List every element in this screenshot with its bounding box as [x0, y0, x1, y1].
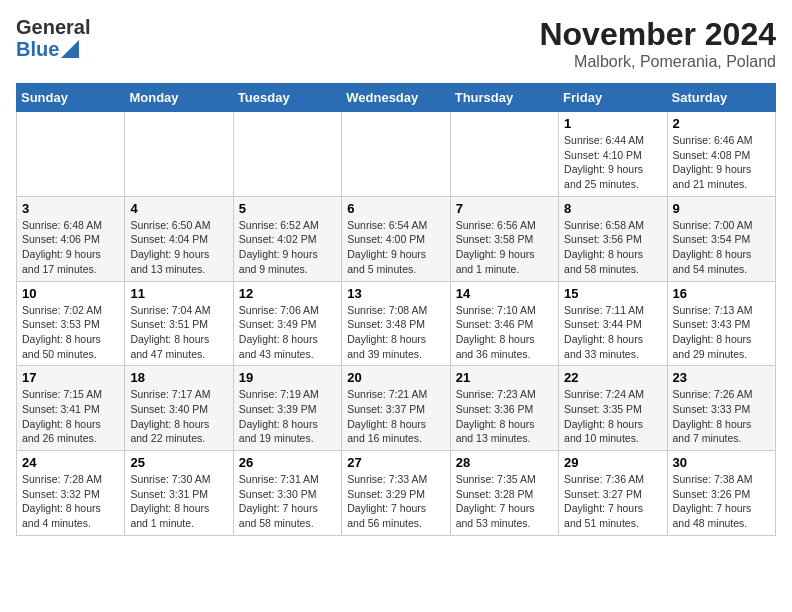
header: General Blue November 2024 Malbork, Pome…: [16, 16, 776, 71]
calendar-cell: 15Sunrise: 7:11 AM Sunset: 3:44 PM Dayli…: [559, 281, 667, 366]
day-number: 23: [673, 370, 770, 385]
day-detail: Sunrise: 6:56 AM Sunset: 3:58 PM Dayligh…: [456, 218, 553, 277]
calendar-week-row: 10Sunrise: 7:02 AM Sunset: 3:53 PM Dayli…: [17, 281, 776, 366]
day-number: 17: [22, 370, 119, 385]
day-detail: Sunrise: 6:48 AM Sunset: 4:06 PM Dayligh…: [22, 218, 119, 277]
calendar-header-row: SundayMondayTuesdayWednesdayThursdayFrid…: [17, 84, 776, 112]
day-detail: Sunrise: 7:28 AM Sunset: 3:32 PM Dayligh…: [22, 472, 119, 531]
calendar-cell: 16Sunrise: 7:13 AM Sunset: 3:43 PM Dayli…: [667, 281, 775, 366]
title-area: November 2024 Malbork, Pomerania, Poland: [539, 16, 776, 71]
calendar-cell: 4Sunrise: 6:50 AM Sunset: 4:04 PM Daylig…: [125, 196, 233, 281]
calendar-cell: [450, 112, 558, 197]
day-number: 12: [239, 286, 336, 301]
day-number: 26: [239, 455, 336, 470]
calendar-cell: 3Sunrise: 6:48 AM Sunset: 4:06 PM Daylig…: [17, 196, 125, 281]
day-number: 21: [456, 370, 553, 385]
day-number: 9: [673, 201, 770, 216]
day-detail: Sunrise: 7:15 AM Sunset: 3:41 PM Dayligh…: [22, 387, 119, 446]
page-subtitle: Malbork, Pomerania, Poland: [539, 53, 776, 71]
calendar-cell: 6Sunrise: 6:54 AM Sunset: 4:00 PM Daylig…: [342, 196, 450, 281]
day-detail: Sunrise: 6:54 AM Sunset: 4:00 PM Dayligh…: [347, 218, 444, 277]
day-detail: Sunrise: 7:26 AM Sunset: 3:33 PM Dayligh…: [673, 387, 770, 446]
day-detail: Sunrise: 7:10 AM Sunset: 3:46 PM Dayligh…: [456, 303, 553, 362]
day-number: 29: [564, 455, 661, 470]
logo-general: General: [16, 16, 90, 38]
calendar-cell: 28Sunrise: 7:35 AM Sunset: 3:28 PM Dayli…: [450, 451, 558, 536]
day-detail: Sunrise: 6:44 AM Sunset: 4:10 PM Dayligh…: [564, 133, 661, 192]
calendar-cell: 29Sunrise: 7:36 AM Sunset: 3:27 PM Dayli…: [559, 451, 667, 536]
calendar-cell: 11Sunrise: 7:04 AM Sunset: 3:51 PM Dayli…: [125, 281, 233, 366]
calendar-header-thursday: Thursday: [450, 84, 558, 112]
calendar-week-row: 24Sunrise: 7:28 AM Sunset: 3:32 PM Dayli…: [17, 451, 776, 536]
day-number: 7: [456, 201, 553, 216]
day-detail: Sunrise: 7:00 AM Sunset: 3:54 PM Dayligh…: [673, 218, 770, 277]
calendar-cell: 23Sunrise: 7:26 AM Sunset: 3:33 PM Dayli…: [667, 366, 775, 451]
day-detail: Sunrise: 7:24 AM Sunset: 3:35 PM Dayligh…: [564, 387, 661, 446]
day-detail: Sunrise: 7:11 AM Sunset: 3:44 PM Dayligh…: [564, 303, 661, 362]
calendar-cell: 2Sunrise: 6:46 AM Sunset: 4:08 PM Daylig…: [667, 112, 775, 197]
calendar-cell: 25Sunrise: 7:30 AM Sunset: 3:31 PM Dayli…: [125, 451, 233, 536]
day-detail: Sunrise: 7:08 AM Sunset: 3:48 PM Dayligh…: [347, 303, 444, 362]
day-number: 6: [347, 201, 444, 216]
calendar-cell: [342, 112, 450, 197]
logo-blue: Blue: [16, 38, 59, 60]
day-number: 19: [239, 370, 336, 385]
day-detail: Sunrise: 7:33 AM Sunset: 3:29 PM Dayligh…: [347, 472, 444, 531]
calendar-cell: [17, 112, 125, 197]
calendar-cell: 24Sunrise: 7:28 AM Sunset: 3:32 PM Dayli…: [17, 451, 125, 536]
day-detail: Sunrise: 7:35 AM Sunset: 3:28 PM Dayligh…: [456, 472, 553, 531]
day-detail: Sunrise: 7:19 AM Sunset: 3:39 PM Dayligh…: [239, 387, 336, 446]
day-detail: Sunrise: 6:58 AM Sunset: 3:56 PM Dayligh…: [564, 218, 661, 277]
day-number: 15: [564, 286, 661, 301]
day-detail: Sunrise: 7:04 AM Sunset: 3:51 PM Dayligh…: [130, 303, 227, 362]
day-number: 18: [130, 370, 227, 385]
calendar-cell: 14Sunrise: 7:10 AM Sunset: 3:46 PM Dayli…: [450, 281, 558, 366]
day-number: 3: [22, 201, 119, 216]
calendar-cell: 30Sunrise: 7:38 AM Sunset: 3:26 PM Dayli…: [667, 451, 775, 536]
calendar-week-row: 3Sunrise: 6:48 AM Sunset: 4:06 PM Daylig…: [17, 196, 776, 281]
calendar-header-tuesday: Tuesday: [233, 84, 341, 112]
calendar-cell: 13Sunrise: 7:08 AM Sunset: 3:48 PM Dayli…: [342, 281, 450, 366]
day-number: 20: [347, 370, 444, 385]
calendar-cell: 17Sunrise: 7:15 AM Sunset: 3:41 PM Dayli…: [17, 366, 125, 451]
svg-marker-0: [61, 40, 79, 58]
day-detail: Sunrise: 6:46 AM Sunset: 4:08 PM Dayligh…: [673, 133, 770, 192]
day-number: 14: [456, 286, 553, 301]
day-number: 30: [673, 455, 770, 470]
calendar-cell: 21Sunrise: 7:23 AM Sunset: 3:36 PM Dayli…: [450, 366, 558, 451]
calendar-header-friday: Friday: [559, 84, 667, 112]
day-detail: Sunrise: 7:36 AM Sunset: 3:27 PM Dayligh…: [564, 472, 661, 531]
day-number: 5: [239, 201, 336, 216]
calendar-cell: 8Sunrise: 6:58 AM Sunset: 3:56 PM Daylig…: [559, 196, 667, 281]
page-title: November 2024: [539, 16, 776, 53]
calendar-cell: 27Sunrise: 7:33 AM Sunset: 3:29 PM Dayli…: [342, 451, 450, 536]
calendar-cell: 5Sunrise: 6:52 AM Sunset: 4:02 PM Daylig…: [233, 196, 341, 281]
day-number: 24: [22, 455, 119, 470]
day-detail: Sunrise: 7:31 AM Sunset: 3:30 PM Dayligh…: [239, 472, 336, 531]
day-detail: Sunrise: 6:50 AM Sunset: 4:04 PM Dayligh…: [130, 218, 227, 277]
day-number: 22: [564, 370, 661, 385]
calendar-cell: 10Sunrise: 7:02 AM Sunset: 3:53 PM Dayli…: [17, 281, 125, 366]
calendar-cell: 9Sunrise: 7:00 AM Sunset: 3:54 PM Daylig…: [667, 196, 775, 281]
day-detail: Sunrise: 7:21 AM Sunset: 3:37 PM Dayligh…: [347, 387, 444, 446]
day-detail: Sunrise: 7:23 AM Sunset: 3:36 PM Dayligh…: [456, 387, 553, 446]
day-detail: Sunrise: 7:06 AM Sunset: 3:49 PM Dayligh…: [239, 303, 336, 362]
calendar-cell: 22Sunrise: 7:24 AM Sunset: 3:35 PM Dayli…: [559, 366, 667, 451]
calendar-cell: 26Sunrise: 7:31 AM Sunset: 3:30 PM Dayli…: [233, 451, 341, 536]
calendar-header-wednesday: Wednesday: [342, 84, 450, 112]
calendar-week-row: 17Sunrise: 7:15 AM Sunset: 3:41 PM Dayli…: [17, 366, 776, 451]
calendar-cell: 20Sunrise: 7:21 AM Sunset: 3:37 PM Dayli…: [342, 366, 450, 451]
calendar-header-sunday: Sunday: [17, 84, 125, 112]
calendar-cell: 7Sunrise: 6:56 AM Sunset: 3:58 PM Daylig…: [450, 196, 558, 281]
day-number: 13: [347, 286, 444, 301]
calendar-header-monday: Monday: [125, 84, 233, 112]
day-number: 28: [456, 455, 553, 470]
calendar-cell: [125, 112, 233, 197]
day-detail: Sunrise: 7:38 AM Sunset: 3:26 PM Dayligh…: [673, 472, 770, 531]
logo-icon: [61, 40, 79, 58]
day-number: 27: [347, 455, 444, 470]
day-number: 16: [673, 286, 770, 301]
day-number: 4: [130, 201, 227, 216]
day-detail: Sunrise: 7:02 AM Sunset: 3:53 PM Dayligh…: [22, 303, 119, 362]
calendar-cell: 18Sunrise: 7:17 AM Sunset: 3:40 PM Dayli…: [125, 366, 233, 451]
